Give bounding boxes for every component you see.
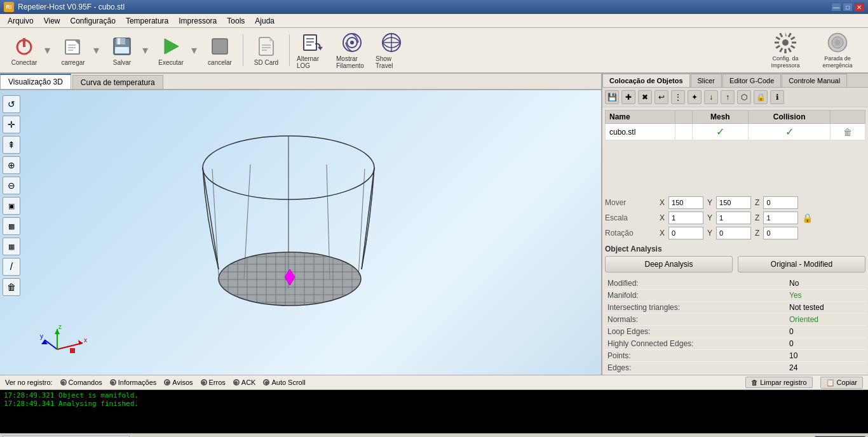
mover-z-input[interactable]: [763, 196, 798, 209]
sd-icon: [255, 35, 278, 58]
filter-informacoes[interactable]: Informações: [110, 379, 157, 386]
svg-rect-29: [790, 36, 796, 40]
executar-dropdown[interactable]: ▾: [191, 43, 197, 57]
top-view-tool[interactable]: ▦: [3, 238, 20, 255]
zoom-out-tool[interactable]: ⊖: [3, 177, 20, 194]
deep-analysis-button[interactable]: Deep Analysis: [605, 256, 733, 272]
filter-ack[interactable]: ACK: [233, 379, 256, 386]
svg-line-79: [44, 340, 57, 349]
panel-measure-btn[interactable]: ⬡: [737, 90, 751, 104]
filter-erros[interactable]: Erros: [201, 379, 226, 386]
front-view-tool[interactable]: ▣: [3, 197, 20, 215]
menu-arquivo[interactable]: Arquivo: [3, 15, 39, 27]
analysis-modified: Modified: No: [605, 278, 865, 290]
log-message-2: 17:28:49.341 Analysing finished.: [4, 400, 864, 408]
tab-gcode[interactable]: Editor G-Code: [722, 74, 781, 87]
menu-temperatura[interactable]: Temperatura: [121, 15, 173, 27]
menu-ajuda[interactable]: Ajuda: [250, 15, 280, 27]
panel-add-btn[interactable]: ✚: [621, 90, 635, 104]
close-button[interactable]: ✕: [854, 3, 864, 11]
svg-line-43: [203, 168, 219, 269]
panel-save-btn[interactable]: 💾: [605, 90, 619, 104]
log-area[interactable]: 17:28:49.321 Object is manifold. 17:28:4…: [0, 390, 868, 433]
alternar-log-button[interactable]: Alternar LOG: [294, 31, 332, 69]
tab-temp[interactable]: Curva de temperatura: [72, 75, 163, 89]
scale-lock-icon[interactable]: 🔒: [802, 213, 813, 223]
panel-remove-btn[interactable]: ✖: [638, 90, 652, 104]
salvar-button[interactable]: Salvar: [103, 31, 141, 69]
salvar-dropdown[interactable]: ▾: [142, 43, 148, 57]
radio-erros: [201, 379, 207, 386]
cancelar-button[interactable]: cancelar: [201, 31, 239, 69]
toolbar: Conectar ▾ carregar ▾ Salvar ▾: [0, 28, 868, 74]
tab-3d[interactable]: Visualização 3D: [0, 74, 71, 89]
rotacao-z-input[interactable]: [763, 227, 798, 239]
carregar-dropdown[interactable]: ▾: [93, 43, 99, 57]
radio-comandos: [60, 379, 67, 386]
tab-controle[interactable]: Controle Manual: [782, 74, 847, 87]
panel-tabs: Colocação de Objetos Slicer Editor G-Cod…: [602, 74, 868, 88]
separator-1: [243, 34, 243, 66]
filter-avisos[interactable]: Avisos: [164, 379, 193, 386]
panel-grid-btn[interactable]: ⋮: [671, 90, 685, 104]
executar-button[interactable]: Executar: [152, 31, 190, 69]
copy-log-button[interactable]: 📋 Copiar: [820, 377, 863, 389]
tab-colocacao[interactable]: Colocação de Objetos: [602, 74, 690, 87]
rotacao-y-input[interactable]: [716, 227, 751, 239]
cell-collision: ✓: [749, 124, 831, 140]
original-modified-button[interactable]: Original - Modified: [738, 256, 865, 272]
col-collision: Collision: [749, 111, 831, 124]
escala-x-input[interactable]: [668, 212, 703, 224]
line-tool[interactable]: /: [3, 258, 20, 276]
zoom-in-tool[interactable]: ⊕: [3, 156, 20, 174]
filter-comandos[interactable]: Comandos: [60, 379, 102, 386]
panel-up-btn[interactable]: ↑: [721, 90, 735, 104]
sd-card-button[interactable]: SD Card: [247, 31, 285, 69]
panel-toolbar: 💾 ✚ ✖ ↩ ⋮ ✦ ↓ ↑ ⬡ 🔒 ℹ: [602, 88, 868, 107]
panel-scroll-area[interactable]: Name Mesh Collision cubo.stl ✓ ✓: [602, 107, 868, 375]
window-controls: — □ ✕: [831, 3, 864, 11]
show-travel-button[interactable]: Show Travel: [372, 31, 410, 69]
conectar-button[interactable]: Conectar: [5, 31, 43, 69]
carregar-button[interactable]: carregar: [54, 31, 92, 69]
panel-info-btn[interactable]: ℹ: [770, 90, 784, 104]
empty-space: [605, 140, 865, 191]
delete-tool[interactable]: 🗑: [3, 278, 20, 296]
panel-down-btn[interactable]: ↓: [704, 90, 718, 104]
canvas-toolbar: ↺ ✛ ⇞ ⊕ ⊖ ▣ ▩ ▦ / 🗑: [3, 95, 20, 296]
mover-x-input[interactable]: [668, 196, 703, 209]
panel-lock-btn[interactable]: 🔒: [754, 90, 768, 104]
rotacao-x-input[interactable]: [668, 227, 703, 239]
tab-slicer[interactable]: Slicer: [691, 74, 722, 87]
escala-z-input[interactable]: [763, 212, 798, 224]
menu-tools[interactable]: Tools: [222, 15, 250, 27]
svg-rect-30: [792, 42, 796, 44]
canvas-area[interactable]: ↺ ✛ ⇞ ⊕ ⊖ ▣ ▩ ▦ / 🗑: [0, 90, 601, 375]
menu-configuracao[interactable]: Configuração: [65, 15, 120, 27]
side-view-tool[interactable]: ▩: [3, 217, 20, 235]
svg-rect-17: [304, 35, 316, 50]
right-panel: Colocação de Objetos Slicer Editor G-Cod…: [601, 74, 868, 375]
cell-delete[interactable]: 🗑: [831, 124, 865, 140]
menu-impressora[interactable]: Impressora: [173, 15, 222, 27]
maximize-button[interactable]: □: [843, 3, 853, 11]
mover-y-input[interactable]: [716, 196, 751, 209]
conectar-dropdown[interactable]: ▾: [44, 43, 50, 57]
rotate-tool[interactable]: ↺: [3, 95, 20, 113]
filter-autoscroll[interactable]: Auto Scroll: [263, 379, 305, 386]
svg-point-27: [782, 39, 789, 46]
parada-emergencia-button[interactable]: Parada de emergência: [812, 31, 863, 69]
panel-undo-btn[interactable]: ↩: [654, 90, 668, 104]
mostrar-filamento-button[interactable]: Mostrar Filamento: [333, 31, 371, 69]
clear-log-button[interactable]: 🗑 Limpar registro: [745, 377, 812, 388]
move-all-tool[interactable]: ✛: [3, 116, 20, 133]
panel-center-btn[interactable]: ✦: [688, 90, 702, 104]
menu-view[interactable]: View: [39, 15, 65, 27]
minimize-button[interactable]: —: [831, 3, 841, 11]
svg-line-49: [212, 169, 219, 276]
move-tool[interactable]: ⇞: [3, 136, 20, 154]
config-impressora-button[interactable]: Config. da Impressora: [760, 31, 811, 69]
title-bar: R! Repetier-Host V0.95F - cubo.stl — □ ✕: [0, 0, 868, 14]
escala-y-input[interactable]: [716, 212, 751, 224]
axes-widget: x y z: [38, 324, 89, 362]
